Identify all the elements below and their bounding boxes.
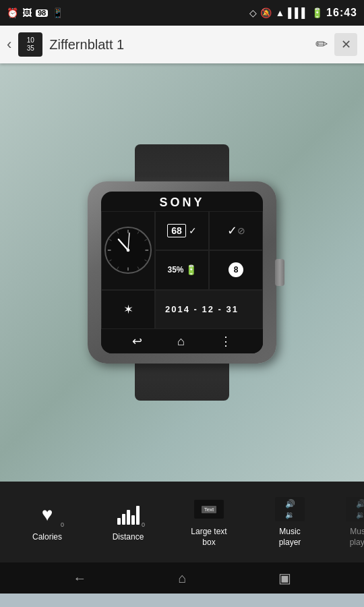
- battery-status-icon: 🔋: [311, 8, 323, 18]
- watch-back-icon[interactable]: ↩: [132, 334, 142, 349]
- watch-face-thumbnail: 1035: [18, 32, 42, 57]
- speaker-down-icon-2: 🔉: [356, 511, 364, 519]
- status-time: 16:43: [326, 7, 357, 19]
- music-icon-wrap-2: 🔊 🔉: [344, 496, 364, 523]
- widget-calories[interactable]: ♥ 0 Calories: [7, 482, 88, 562]
- svg-line-13: [128, 233, 129, 250]
- speaker-up-icon-2: 🔊: [356, 499, 365, 509]
- bar-chart-icon: [117, 504, 140, 525]
- widget-tray: ♥ 0 Calories 0 Distance Text Large textb…: [0, 482, 364, 562]
- svg-line-10: [109, 239, 111, 241]
- signal-icon: ▌▌▌: [288, 8, 308, 18]
- distance-label: Distance: [113, 532, 144, 543]
- svg-line-4: [138, 232, 139, 234]
- widget-distance[interactable]: 0 Distance: [88, 482, 169, 562]
- music-row-1: 🔊: [285, 499, 295, 509]
- text-box-icon-wrap: Text: [192, 496, 226, 523]
- close-icon: ✕: [341, 37, 351, 52]
- battery-icon: 🔋: [185, 264, 197, 275]
- distance-zero: 0: [142, 521, 145, 528]
- no-icon: ⊘: [237, 225, 245, 236]
- status-left-icons: ⏰ 🖼 98 📱: [7, 8, 63, 18]
- speaker-up-icon: 🔊: [285, 499, 295, 509]
- system-back-button[interactable]: ←: [73, 571, 86, 586]
- clock-svg: [106, 228, 150, 272]
- svg-line-6: [145, 260, 147, 261]
- wifi-status-icon: ▲: [275, 8, 284, 18]
- svg-point-14: [127, 249, 130, 252]
- notification-badge: 8: [229, 262, 243, 277]
- watch-menu-icon[interactable]: ⋮: [220, 334, 232, 349]
- notification-count: 8: [234, 265, 239, 274]
- status-bar: ⏰ 🖼 98 📱 ◇ 🔕 ▲ ▌▌▌ 🔋 16:43: [0, 0, 364, 26]
- steps-display: 68 ✓: [164, 221, 200, 240]
- alarm-icon: ⏰: [7, 8, 18, 18]
- steps-count: 68: [167, 224, 186, 237]
- speaker-down-icon: 🔉: [285, 511, 295, 519]
- text-box-icon: Text: [194, 500, 224, 519]
- calories-icon-wrap: ♥ 0: [30, 501, 64, 528]
- brand-label: SONY: [101, 192, 263, 211]
- watch-home-icon[interactable]: ⌂: [177, 335, 185, 349]
- svg-line-9: [109, 260, 111, 261]
- steps-widget: 68 ✓: [155, 211, 209, 250]
- bar-2: [122, 514, 125, 525]
- thumbnail-text: 1035: [27, 36, 34, 53]
- svg-line-7: [138, 267, 139, 269]
- watch-crown: [275, 259, 284, 286]
- phone-icon: 📱: [52, 8, 63, 18]
- distance-icon-wrap: 0: [111, 501, 145, 528]
- notification-widget: 8: [209, 250, 263, 289]
- music-player-icon: 🔊 🔉: [275, 497, 305, 521]
- page-title: Ziffernblatt 1: [49, 37, 309, 53]
- bar-3: [127, 510, 130, 525]
- svg-line-5: [145, 239, 147, 241]
- large-text-box-label: Large textbox: [191, 527, 226, 548]
- badge-icon: 98: [36, 9, 48, 17]
- app-bar: ‹ 1035 Ziffernblatt 1 ✏ ✕: [0, 26, 364, 63]
- widget-music-player[interactable]: 🔊 🔉 Musicplayer: [249, 482, 330, 562]
- close-button[interactable]: ✕: [334, 33, 357, 56]
- image-icon: 🖼: [22, 8, 32, 18]
- calories-zero: 0: [61, 521, 64, 528]
- back-button[interactable]: ‹: [7, 36, 11, 53]
- bluetooth-icon: ✶: [123, 302, 133, 317]
- bar-4: [131, 515, 135, 525]
- date-widget: 2014 - 12 - 31: [155, 290, 263, 329]
- clock-face: [104, 227, 152, 274]
- clock-widget: [101, 211, 155, 290]
- watch-container: SONY: [74, 144, 290, 401]
- music-row-2: 🔉: [285, 511, 295, 519]
- bluetooth-widget: ✶: [101, 290, 155, 329]
- battery-percentage: 35%: [167, 265, 183, 274]
- music-player-label: Musicplayer: [279, 527, 301, 548]
- check-icon: ✓: [189, 225, 197, 236]
- svg-line-8: [117, 267, 119, 269]
- system-nav-bar: ← ⌂ ▣: [0, 562, 364, 594]
- date-display: 2014 - 12 - 31: [160, 301, 244, 317]
- battery-widget: 35% 🔋: [155, 250, 209, 289]
- watch-navigation: ↩ ⌂ ⋮: [101, 329, 263, 353]
- watch-body: SONY: [88, 181, 276, 364]
- heart-icon: ♥: [42, 504, 53, 525]
- system-recents-button[interactable]: ▣: [278, 570, 291, 586]
- system-home-button[interactable]: ⌂: [178, 571, 186, 586]
- widget-music-player-2[interactable]: 🔊 🔉 Musicplayer: [330, 482, 364, 562]
- watch-preview-area: SONY: [0, 63, 364, 482]
- mute-icon: 🔕: [260, 8, 272, 18]
- svg-line-11: [117, 232, 119, 234]
- check-widget: ✓ ⊘: [209, 211, 263, 250]
- svg-line-12: [119, 239, 128, 250]
- checkmark-icon: ✓: [227, 223, 237, 238]
- bar-1: [117, 518, 121, 525]
- bar-5: [136, 506, 140, 525]
- music-player-label-2: Musicplayer: [350, 527, 364, 548]
- calories-label: Calories: [32, 532, 62, 543]
- bluetooth-status-icon: ◇: [249, 8, 257, 18]
- status-right-icons: ◇ 🔕 ▲ ▌▌▌ 🔋 16:43: [249, 7, 357, 19]
- widget-large-text-box[interactable]: Text Large textbox: [169, 482, 249, 562]
- music-icon-wrap: 🔊 🔉: [273, 496, 307, 523]
- edit-button[interactable]: ✏: [315, 36, 328, 53]
- text-label-icon: Text: [202, 506, 217, 513]
- music-player-icon-2: 🔊 🔉: [346, 497, 364, 521]
